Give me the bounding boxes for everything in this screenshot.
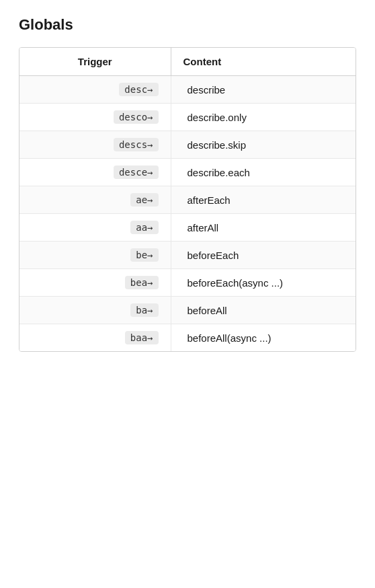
table-row: ae→afterEach — [19, 186, 356, 214]
trigger-badge: desc→ — [119, 83, 158, 96]
content-cell: afterEach — [171, 186, 356, 214]
trigger-badge: ba→ — [130, 303, 158, 317]
content-column-header: Content — [171, 48, 356, 76]
table-row: aa→afterAll — [19, 214, 356, 242]
content-cell: describe.only — [171, 104, 356, 131]
trigger-cell: desce→ — [19, 159, 171, 186]
trigger-badge: baa→ — [125, 331, 159, 344]
content-cell: beforeEach(async ...) — [171, 269, 356, 297]
content-cell: beforeAll(async ...) — [171, 324, 356, 352]
trigger-badge: desce→ — [114, 166, 159, 179]
trigger-cell: desco→ — [19, 104, 171, 131]
content-cell: afterAll — [171, 214, 356, 242]
table-row: be→beforeEach — [19, 242, 356, 269]
trigger-badge: bea→ — [125, 276, 159, 289]
globals-table: Trigger Content desc→describedesco→descr… — [19, 47, 356, 352]
table-row: ba→beforeAll — [19, 297, 356, 324]
trigger-cell: descs→ — [19, 131, 171, 159]
table-row: desce→describe.each — [19, 159, 356, 186]
trigger-badge: descs→ — [114, 138, 159, 151]
trigger-badge: aa→ — [130, 221, 158, 234]
trigger-cell: baa→ — [19, 324, 171, 352]
trigger-cell: ba→ — [19, 297, 171, 324]
trigger-cell: desc→ — [19, 76, 171, 104]
page-title: Globals — [19, 16, 356, 34]
trigger-cell: be→ — [19, 242, 171, 269]
table-row: bea→beforeEach(async ...) — [19, 269, 356, 297]
content-cell: beforeEach — [171, 242, 356, 269]
content-cell: beforeAll — [171, 297, 356, 324]
trigger-badge: ae→ — [130, 193, 158, 207]
table-header-row: Trigger Content — [19, 48, 356, 76]
content-cell: describe.each — [171, 159, 356, 186]
trigger-badge: be→ — [130, 248, 158, 262]
table-row: desco→describe.only — [19, 104, 356, 131]
trigger-cell: ae→ — [19, 186, 171, 214]
trigger-cell: bea→ — [19, 269, 171, 297]
table-row: baa→beforeAll(async ...) — [19, 324, 356, 352]
trigger-badge: desco→ — [114, 110, 159, 124]
trigger-column-header: Trigger — [19, 48, 171, 76]
content-cell: describe — [171, 76, 356, 104]
table-row: descs→describe.skip — [19, 131, 356, 159]
content-cell: describe.skip — [171, 131, 356, 159]
table-row: desc→describe — [19, 76, 356, 104]
trigger-cell: aa→ — [19, 214, 171, 242]
